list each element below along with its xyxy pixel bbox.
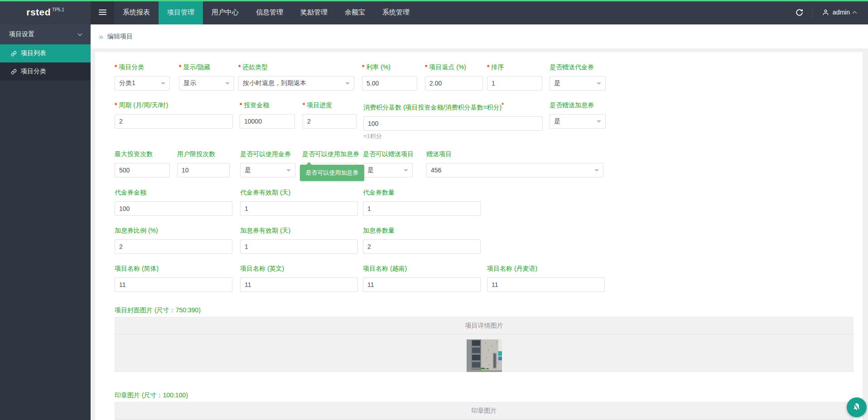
chevron-down-icon: [594, 169, 599, 174]
nav-item-reward-management[interactable]: 奖励管理: [292, 0, 336, 24]
nav-item-info-management[interactable]: 信息管理: [247, 0, 292, 24]
rate-input[interactable]: [362, 76, 417, 91]
seal-image-panel: 印章图片: [115, 402, 854, 420]
rebate-input[interactable]: [425, 76, 483, 91]
chevron-down-icon: [78, 32, 82, 36]
project-detail-image-thumbnail[interactable]: [467, 339, 502, 372]
refresh-icon[interactable]: [787, 0, 812, 24]
voucher-count-input[interactable]: [363, 201, 481, 216]
points-base-input[interactable]: [363, 116, 543, 131]
field-label: 代金券金额: [115, 188, 232, 197]
project-name-vn-input[interactable]: [363, 277, 481, 292]
gift-project-select[interactable]: 456: [426, 163, 603, 177]
seal-image-label: 印章图片 (尺寸：100:100): [115, 391, 188, 400]
field-label: 项目返点 (%): [425, 62, 483, 72]
user-menu[interactable]: admin: [813, 0, 868, 24]
link-icon: [11, 51, 17, 57]
user-limit-input[interactable]: [177, 163, 230, 177]
can-use-voucher-select[interactable]: 是: [240, 163, 295, 177]
field-label: 是否可以使用金券: [240, 149, 295, 158]
field-label: 代金券数量: [363, 188, 481, 197]
topbar-right: admin: [787, 0, 868, 24]
field-label: 利率 (%): [362, 62, 417, 72]
tooltip: 是否可以使用加息券: [300, 165, 364, 181]
main-nav: 系统报表 项目管理 用户中心 信息管理 奖励管理 余额宝 系统管理: [114, 0, 418, 24]
nav-item-yuebao[interactable]: 余额宝: [336, 0, 374, 24]
field-label: 投资金额: [240, 100, 295, 110]
field-label: 最大投资次数: [115, 149, 170, 158]
nav-item-project-management[interactable]: 项目管理: [159, 0, 203, 24]
seal-image-panel-title: 印章图片: [115, 402, 853, 420]
detail-image-panel-body: [115, 334, 853, 372]
invest-amount-input[interactable]: [240, 114, 295, 129]
chevron-down-icon: [597, 120, 601, 125]
field-label: 项目名称 (越南): [363, 264, 481, 273]
project-name-dk-input[interactable]: [487, 277, 605, 292]
max-invest-input[interactable]: [115, 163, 170, 177]
link-icon: [11, 69, 17, 75]
top-navbar: rsted TP5.1 系统报表 项目管理 用户中心 信息管理 奖励管理 余额宝…: [0, 0, 868, 24]
admin-app: rsted TP5.1 系统报表 项目管理 用户中心 信息管理 奖励管理 余额宝…: [0, 0, 868, 420]
progress-input[interactable]: [303, 114, 357, 129]
field-label: 加息券有效期 (天): [240, 226, 358, 235]
interest-validity-input[interactable]: [240, 239, 358, 254]
points-base-hint: =1积分: [363, 132, 382, 140]
edit-project-form-card: 项目分类 分类1 显示/隐藏 显示 还款类型 按小时返息，到期返本 利率 (%)…: [95, 52, 863, 420]
interest-ratio-input[interactable]: [115, 239, 232, 254]
chevron-down-icon: [286, 169, 291, 174]
username: admin: [833, 9, 850, 16]
sidebar-group-project-settings[interactable]: 项目设置: [0, 24, 91, 44]
chevron-down-icon: [345, 82, 350, 87]
project-name-en-input[interactable]: [240, 277, 358, 292]
logo-text: rsted: [26, 7, 51, 18]
field-label: 消费积分基数 (项目投资金额/消费积分基数=积分): [363, 100, 543, 112]
hamburger-icon[interactable]: [91, 0, 114, 24]
field-label: 项目名称 (简体): [115, 264, 232, 273]
field-label: 是否赠送代金券: [550, 62, 606, 72]
chevron-down-icon: [404, 169, 408, 174]
chevron-down-icon: [225, 82, 230, 87]
brand-logo: rsted TP5.1: [0, 0, 91, 24]
gift-voucher-select[interactable]: 是: [550, 76, 606, 91]
field-label: 还款类型: [238, 62, 354, 72]
can-gift-project-select[interactable]: 是: [363, 163, 413, 177]
voucher-validity-input[interactable]: [240, 201, 358, 216]
repay-type-select[interactable]: 按小时返息，到期返本: [238, 76, 354, 91]
nav-item-user-center[interactable]: 用户中心: [203, 0, 247, 24]
field-label: 赠送项目: [426, 149, 603, 158]
field-label: 项目名称 (丹麦语): [487, 264, 605, 273]
bell-off-icon[interactable]: [847, 397, 867, 417]
field-label: 用户限投次数: [177, 149, 230, 158]
sidebar-item-project-category[interactable]: 项目分类: [0, 62, 91, 81]
gift-interest-select[interactable]: 是: [550, 114, 606, 129]
nav-item-system-report[interactable]: 系统报表: [114, 0, 159, 24]
nav-item-system-management[interactable]: 系统管理: [374, 0, 418, 24]
field-label: 是否可以使用加息券: [302, 149, 357, 158]
interest-count-input[interactable]: [363, 239, 481, 254]
field-label: 是否赠送加息券: [550, 100, 606, 110]
cycle-input[interactable]: [115, 114, 233, 129]
user-icon: [822, 9, 829, 16]
field-label: 加息券数量: [363, 226, 481, 235]
content-area: 项目分类 分类1 显示/隐藏 显示 还款类型 按小时返息，到期返本 利率 (%)…: [91, 48, 868, 420]
breadcrumb: » 编辑项目: [91, 24, 868, 48]
field-label: 周期 (月/周/天/时): [115, 100, 233, 110]
double-chevron-right-icon: »: [99, 33, 103, 41]
field-label: 显示/隐藏: [179, 62, 234, 72]
field-label: 项目进度: [303, 100, 357, 110]
field-label: 项目名称 (英文): [240, 264, 358, 273]
project-category-select[interactable]: 分类1: [115, 76, 170, 91]
visibility-select[interactable]: 显示: [179, 76, 234, 91]
voucher-amount-input[interactable]: [115, 201, 232, 216]
field-label: 是否可以赠送项目: [363, 149, 413, 158]
sidebar: 项目设置 项目列表 项目分类: [0, 24, 91, 420]
sort-input[interactable]: [487, 76, 542, 91]
project-name-cn-input[interactable]: [115, 277, 232, 292]
logo-version-badge: TP5.1: [52, 7, 64, 12]
page-title: 编辑项目: [107, 33, 133, 41]
chevron-up-icon: [853, 11, 857, 15]
field-label: 加息券比例 (%): [115, 226, 232, 235]
sidebar-item-project-list[interactable]: 项目列表: [0, 44, 91, 62]
cover-image-label: 项目封面图片 (尺寸：750:390): [115, 305, 201, 315]
detail-image-panel-title: 项目详情图片: [115, 317, 853, 334]
